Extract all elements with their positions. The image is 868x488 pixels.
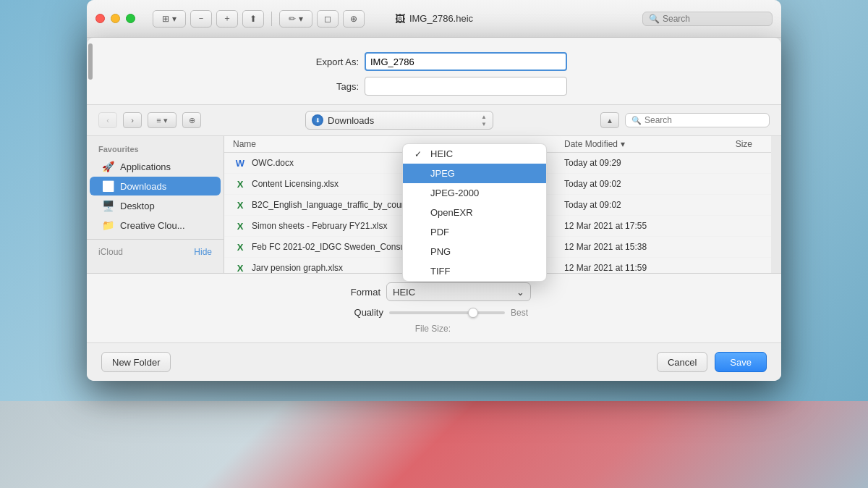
file-date: Today at 09:02 — [564, 179, 709, 189]
cancel-button[interactable]: Cancel — [657, 352, 707, 372]
view-toggle-button[interactable]: ⊞ ▾ — [153, 10, 186, 28]
openexr-option-label: OpenEXR — [430, 207, 473, 218]
titlebar-search[interactable]: 🔍 — [642, 12, 773, 26]
format-option-openexr[interactable]: OpenEXR — [403, 203, 546, 222]
location-arrows-icon: ▲ ▼ — [481, 114, 487, 127]
sidebar-item-desktop[interactable]: 🖥️ Desktop — [90, 196, 221, 215]
sidebar-item-creative-cloud[interactable]: 📁 Creative Clou... — [90, 216, 221, 235]
format-label: Format — [337, 287, 380, 298]
heic-option-label: HEIC — [430, 148, 453, 159]
save-dialog: Export As: Tags: ‹ › ≡ ▾ ⊕ Downloads ▲ ▼ — [87, 38, 781, 381]
dialog-header: Export As: Tags: — [87, 38, 781, 104]
search-icon: 🔍 — [649, 14, 660, 24]
file-date: 12 Mar 2021 at 17:55 — [564, 221, 709, 231]
tags-input[interactable] — [365, 77, 567, 96]
quality-label: Quality — [340, 307, 383, 318]
format-option-tiff[interactable]: TIFF — [403, 261, 546, 281]
file-date: 12 Mar 2021 at 11:59 — [564, 263, 709, 273]
toolbar: ⊞ ▾ － ＋ ⬆ ✏ ▾ ◻ ⊕ — [153, 10, 365, 28]
close-button[interactable] — [95, 14, 105, 23]
format-popup-menu: HEIC JPEG JPEG-2000 OpenEXR PDF PNG — [402, 143, 547, 282]
titlebar: ⊞ ▾ － ＋ ⬆ ✏ ▾ ◻ ⊕ 🖼 IMG_2786.heic 🔍 — [87, 0, 781, 38]
format-dropdown-button[interactable]: HEIC ⌄ — [386, 282, 531, 301]
downloads-location-icon — [312, 114, 323, 126]
share-button[interactable]: ⬆ — [242, 10, 264, 28]
sidebar-applications-label: Applications — [120, 161, 171, 172]
forward-button[interactable]: › — [123, 112, 142, 128]
scrollbar-thumb[interactable] — [88, 43, 93, 80]
applications-icon: 🚀 — [101, 160, 114, 173]
sidebar-creative-cloud-label: Creative Clou... — [120, 220, 185, 231]
icloud-hide-button[interactable]: Hide — [194, 247, 212, 257]
format-current-value: HEIC — [393, 287, 415, 298]
file-date: Today at 09:02 — [564, 200, 709, 210]
back-button[interactable]: ‹ — [98, 112, 117, 128]
format-option-jpeg2000[interactable]: JPEG-2000 — [403, 183, 546, 203]
desktop-icon: 🖥️ — [101, 199, 114, 212]
maximize-button[interactable] — [126, 14, 135, 23]
location-text: Downloads — [328, 115, 477, 126]
sidebar-footer: iCloud Hide — [87, 244, 224, 260]
dialog-footer: New Folder Cancel Save — [87, 342, 781, 381]
col-size-header: Size — [709, 139, 752, 149]
toolbar-separator — [271, 12, 272, 26]
sidebar-divider — [87, 239, 224, 240]
footer-right: Cancel Save — [657, 352, 767, 372]
export-row: Export As: — [109, 52, 760, 71]
sidebar-item-downloads[interactable]: ⬇️ Downloads — [90, 177, 221, 195]
format-section: Format HEIC ⌄ Quality Best File Size: — [87, 274, 781, 342]
nav-bar: ‹ › ≡ ▾ ⊕ Downloads ▲ ▼ ▲ 🔍 — [87, 104, 781, 136]
file-type-icon-xlsx: X — [233, 240, 247, 254]
quality-row: Quality Best — [109, 307, 760, 318]
format-option-heic[interactable]: HEIC — [403, 144, 546, 164]
zoom-out-button[interactable]: － — [190, 10, 212, 28]
location-expand-button[interactable]: ▲ — [600, 112, 619, 128]
format-option-png[interactable]: PNG — [403, 242, 546, 261]
file-type-icon-xlsx: X — [233, 198, 247, 212]
format-option-pdf[interactable]: PDF — [403, 222, 546, 242]
jpeg2000-option-label: JPEG-2000 — [430, 188, 479, 198]
downloads-icon: ⬇️ — [101, 180, 114, 193]
pdf-option-label: PDF — [430, 227, 449, 237]
window-title-text: IMG_2786.heic — [409, 13, 473, 24]
traffic-lights — [95, 14, 135, 23]
save-button[interactable]: Save — [715, 352, 767, 372]
new-folder-button[interactable]: New Folder — [101, 352, 171, 372]
zoom-in-button[interactable]: ＋ — [216, 10, 238, 28]
file-size-row: File Size: — [109, 324, 760, 334]
png-option-label: PNG — [430, 246, 451, 257]
tags-label: Tags: — [301, 81, 359, 92]
action-button-2[interactable]: ⊕ — [343, 10, 365, 28]
quality-best-label: Best — [511, 308, 528, 318]
tags-row: Tags: — [109, 77, 760, 96]
icloud-label: iCloud — [98, 247, 123, 257]
window-title: 🖼 IMG_2786.heic — [395, 13, 473, 25]
file-type-icon-xlsx: X — [233, 177, 247, 191]
new-folder-nav-button[interactable]: ⊕ — [182, 112, 201, 128]
scrollbar[interactable] — [771, 136, 781, 273]
sidebar-downloads-label: Downloads — [120, 181, 166, 192]
sidebar-item-applications[interactable]: 🚀 Applications — [90, 157, 221, 176]
file-icon: 🖼 — [395, 13, 405, 25]
export-label: Export As: — [301, 56, 359, 67]
view-options-button[interactable]: ≡ ▾ — [148, 112, 176, 128]
jpeg-option-label: JPEG — [430, 168, 455, 179]
nav-search-input[interactable] — [644, 115, 763, 125]
search-input[interactable] — [663, 14, 766, 24]
file-size-label: File Size: — [415, 324, 451, 334]
action-button-1[interactable]: ◻ — [317, 10, 339, 28]
export-filename-input[interactable] — [365, 52, 567, 71]
format-row: Format HEIC ⌄ — [109, 282, 760, 301]
quality-slider[interactable] — [389, 311, 505, 314]
tiff-option-label: TIFF — [430, 266, 450, 277]
location-dropdown[interactable]: Downloads ▲ ▼ — [305, 111, 493, 130]
annotate-button[interactable]: ✏ ▾ — [279, 10, 312, 28]
nav-search[interactable]: 🔍 — [625, 113, 770, 127]
format-dropdown-arrows-icon: ⌄ — [516, 287, 524, 298]
nav-search-icon: 🔍 — [631, 116, 642, 125]
format-option-jpeg[interactable]: JPEG — [403, 164, 546, 183]
sort-arrow-icon: ▾ — [621, 139, 625, 149]
minimize-button[interactable] — [111, 14, 120, 23]
sidebar-desktop-label: Desktop — [120, 201, 155, 211]
file-date: Today at 09:29 — [564, 158, 709, 168]
